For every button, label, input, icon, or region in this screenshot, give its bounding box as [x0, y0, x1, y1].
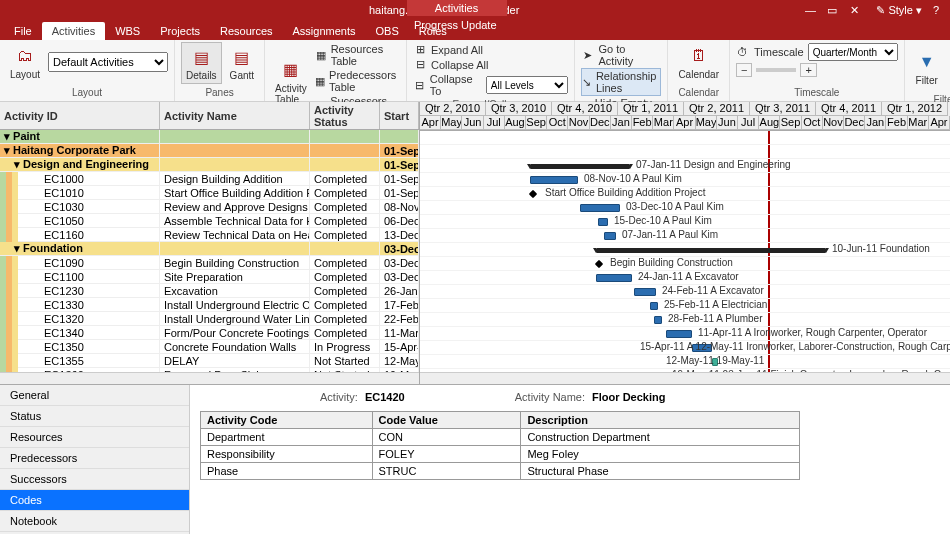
gantt-row[interactable]: 12-May-11 19-May-11 — [420, 355, 950, 369]
filter-button[interactable]: ▼Filter — [911, 48, 943, 88]
activity-table-button[interactable]: ▦Activity Table — [271, 56, 311, 107]
gantt-row[interactable]: 08-Nov-10 A Paul Kim — [420, 173, 950, 187]
goto-activity-button[interactable]: ➤Go to Activity — [581, 42, 662, 68]
grid-row[interactable]: EC1160Review Technical Data on Heat Pump… — [0, 228, 419, 242]
context-label: Activities — [407, 0, 507, 16]
detail-tab-codes[interactable]: Codes — [0, 490, 189, 511]
gantt-row[interactable] — [420, 131, 950, 145]
gantt-bar[interactable] — [598, 218, 608, 226]
gantt-bar[interactable] — [634, 288, 656, 296]
tab-activities[interactable]: Activities — [42, 22, 105, 40]
calendar-button[interactable]: 🗓Calendar — [674, 42, 723, 82]
col-activity-name[interactable]: Activity Name — [160, 102, 310, 129]
collapse-all-button[interactable]: ⊟Collapse All — [413, 57, 568, 72]
gantt-row[interactable]: 11-Apr-11 A Ironworker, Rough Carpenter,… — [420, 327, 950, 341]
style-dropdown[interactable]: ✎ Style ▾ — [876, 4, 922, 17]
ribbon-table-group: ▦Activity Table ▦Resources Table ▦Predec… — [265, 40, 407, 101]
zoom-in-button[interactable]: + — [800, 63, 816, 77]
grid-row[interactable]: EC1030Review and Approve DesignsComplete… — [0, 200, 419, 214]
gantt-bar[interactable] — [604, 232, 616, 240]
timescale-button[interactable]: ⏱TimescaleQuarter/Month — [736, 42, 898, 62]
resources-table-button[interactable]: ▦Resources Table — [315, 42, 400, 68]
tab-wbs[interactable]: WBS — [105, 22, 150, 40]
grid-row[interactable]: ▾ Paint — [0, 130, 419, 144]
tab-progress-update[interactable]: Progress Update — [404, 16, 507, 34]
gantt-bar[interactable] — [595, 260, 603, 268]
gantt-scrollbar[interactable] — [420, 372, 950, 384]
grid-row[interactable]: ▾ Haitang Corporate Park01-Sep-10 — [0, 144, 419, 158]
gantt-row[interactable]: 15-Apr-11 A 12-May-11 Ironworker, Labore… — [420, 341, 950, 355]
gantt-row[interactable]: 07-Jan-11 A Paul Kim — [420, 229, 950, 243]
tab-file[interactable]: File — [4, 22, 42, 40]
gantt-row[interactable]: Begin Building Construction — [420, 257, 950, 271]
grid-row[interactable]: EC1090Begin Building ConstructionComplet… — [0, 256, 419, 270]
timescale-select[interactable]: Quarter/Month — [808, 43, 898, 61]
gantt-row[interactable]: 28-Feb-11 A Plumber — [420, 313, 950, 327]
col-activity-id[interactable]: Activity ID — [0, 102, 160, 129]
gantt-row[interactable]: 07-Jan-11 Design and Engineering — [420, 159, 950, 173]
gantt-row[interactable]: Start Office Building Addition Project — [420, 187, 950, 201]
grid-row[interactable]: EC1340Form/Pour Concrete FootingsComplet… — [0, 326, 419, 340]
gantt-row[interactable]: 03-Dec-10 A Paul Kim — [420, 201, 950, 215]
minimize-button[interactable]: — — [802, 4, 818, 16]
tab-projects[interactable]: Projects — [150, 22, 210, 40]
ribbon-filter-group: ▼Filter ▼Auto Filter Filter — [905, 40, 950, 101]
gantt-bar[interactable] — [666, 330, 692, 338]
gantt-row[interactable]: 24-Feb-11 A Excavator — [420, 285, 950, 299]
close-button[interactable]: ✕ — [846, 4, 862, 17]
gantt-row[interactable]: 24-Jan-11 A Excavator — [420, 271, 950, 285]
layout-select[interactable]: Default Activities — [48, 52, 168, 72]
grid-row[interactable]: EC1230ExcavationCompleted26-Jan-11 A — [0, 284, 419, 298]
help-button[interactable]: ? — [928, 4, 944, 16]
gantt-row[interactable]: 19-May-11 03-Jun-11 Finish Carpenter, Ir… — [420, 369, 950, 372]
detail-tab-status[interactable]: Status — [0, 406, 189, 427]
code-row[interactable]: PhaseSTRUCStructural Phase — [201, 463, 800, 480]
grid-row[interactable]: EC1000Design Building AdditionCompleted0… — [0, 172, 419, 186]
grid-row[interactable]: EC1320Install Underground Water LinesCom… — [0, 312, 419, 326]
detail-tab-notebook[interactable]: Notebook — [0, 511, 189, 532]
predecessors-table-button[interactable]: ▦Predecessors Table — [315, 68, 400, 94]
gantt-row[interactable] — [420, 145, 950, 159]
grid-row[interactable]: EC1100Site PreparationCompleted03-Dec-10… — [0, 270, 419, 284]
gantt-bar[interactable] — [530, 164, 630, 169]
gantt-row[interactable]: 10-Jun-11 Foundation — [420, 243, 950, 257]
gantt-bar[interactable] — [596, 274, 632, 282]
restore-button[interactable]: ▭ — [824, 4, 840, 17]
detail-activity-name: Floor Decking — [592, 391, 665, 403]
col-start[interactable]: Start — [380, 102, 419, 129]
gantt-bar[interactable] — [596, 248, 826, 253]
layout-button[interactable]: 🗂Layout — [6, 42, 44, 82]
gantt-bar[interactable] — [654, 316, 662, 324]
gantt-row[interactable]: 25-Feb-11 A Electrician — [420, 299, 950, 313]
relationship-lines-button[interactable]: ↘Relationship Lines — [581, 68, 662, 96]
grid-row[interactable]: EC1010Start Office Building Addition Pro… — [0, 186, 419, 200]
detail-tab-successors[interactable]: Successors — [0, 469, 189, 490]
gantt-bar[interactable] — [530, 176, 578, 184]
detail-tab-general[interactable]: General — [0, 385, 189, 406]
grid-row[interactable]: EC1050Assemble Technical Data for HeatCo… — [0, 214, 419, 228]
col-activity-status[interactable]: Activity Status — [310, 102, 380, 129]
detail-tab-resources[interactable]: Resources — [0, 427, 189, 448]
grid-row[interactable]: EC1350Concrete Foundation WallsIn Progre… — [0, 340, 419, 354]
grid-row[interactable]: ▾ Foundation03-Dec-10 — [0, 242, 419, 256]
grid-row[interactable]: ▾ Design and Engineering01-Sep-10 — [0, 158, 419, 172]
grid-scrollbar[interactable] — [0, 372, 419, 384]
tab-resources[interactable]: Resources — [210, 22, 283, 40]
gantt-button[interactable]: ▤Gantt — [226, 43, 258, 83]
collapse-to-button[interactable]: ⊟Collapse ToAll Levels — [413, 72, 568, 98]
code-row[interactable]: ResponsibilityFOLEYMeg Foley — [201, 446, 800, 463]
code-row[interactable]: DepartmentCONConstruction Department — [201, 429, 800, 446]
tab-assignments[interactable]: Assignments — [283, 22, 366, 40]
detail-tab-predecessors[interactable]: Predecessors — [0, 448, 189, 469]
grid-row[interactable]: EC1330Install Underground Electric Condu… — [0, 298, 419, 312]
expand-all-button[interactable]: ⊞Expand All — [413, 42, 568, 57]
grid-row[interactable]: EC1355DELAYNot Started12-May-11 — [0, 354, 419, 368]
gantt-bar[interactable] — [529, 190, 537, 198]
gantt-row[interactable]: 15-Dec-10 A Paul Kim — [420, 215, 950, 229]
gantt-bar[interactable] — [580, 204, 620, 212]
ribbon: 🗂Layout Default Activities Layout ▤Detai… — [0, 40, 950, 102]
collapse-level-select[interactable]: All Levels — [486, 76, 568, 94]
details-button[interactable]: ▤Details — [181, 42, 222, 84]
gantt-bar[interactable] — [650, 302, 658, 310]
zoom-out-button[interactable]: − — [736, 63, 752, 77]
